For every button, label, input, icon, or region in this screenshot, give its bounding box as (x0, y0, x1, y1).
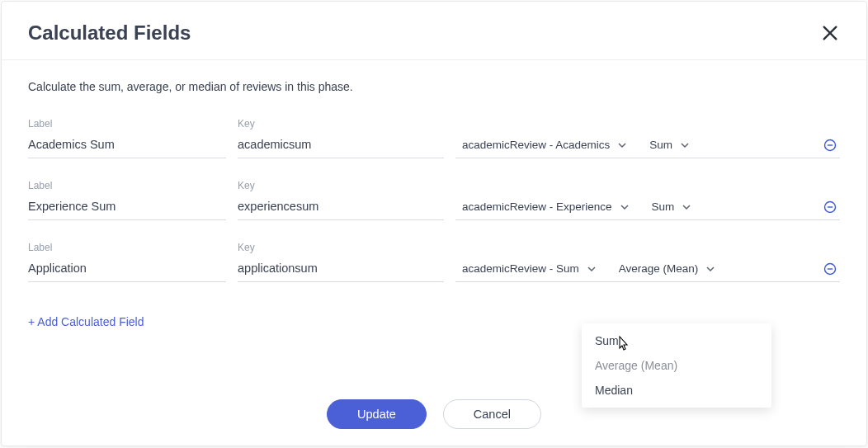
menu-item-average[interactable]: Average (Mean) (582, 353, 771, 378)
config-column: academicReview - Academics Sum (455, 134, 840, 158)
chevron-down-icon (706, 265, 715, 273)
aggregate-dropdown-label: Sum (652, 200, 675, 213)
dialog-header: Calculated Fields (2, 2, 866, 60)
aggregate-dropdown-label: Average (Mean) (619, 262, 699, 275)
remove-row-button[interactable] (823, 200, 840, 214)
label-column: Label (28, 242, 226, 282)
minus-circle-icon (823, 262, 837, 276)
label-column: Label (28, 180, 226, 220)
dialog-title: Calculated Fields (28, 21, 191, 45)
config-column: academicReview - Sum Average (Mean) (455, 257, 840, 282)
cancel-button[interactable]: Cancel (443, 399, 541, 429)
source-dropdown-label: academicReview - Experience (462, 200, 612, 213)
source-dropdown-label: academicReview - Academics (462, 139, 610, 151)
label-column: Label (28, 118, 226, 158)
minus-circle-icon (823, 200, 837, 214)
label-heading: Label (28, 118, 226, 130)
key-heading: Key (238, 242, 444, 253)
minus-circle-icon (823, 139, 837, 152)
key-heading: Key (238, 180, 444, 191)
aggregate-dropdown[interactable]: Sum (645, 196, 698, 218)
label-heading: Label (28, 242, 226, 253)
close-button[interactable] (820, 23, 840, 43)
menu-item-sum[interactable]: Sum (582, 328, 771, 353)
field-row: Label Key academicReview - Sum Average (… (28, 242, 840, 282)
source-dropdown[interactable]: academicReview - Academics (455, 134, 633, 156)
key-input[interactable] (238, 258, 444, 282)
close-icon (821, 24, 839, 42)
source-dropdown[interactable]: academicReview - Sum (455, 257, 602, 280)
label-input[interactable] (28, 258, 226, 282)
key-column: Key (238, 180, 444, 220)
label-input[interactable] (28, 134, 226, 158)
chevron-down-icon (620, 203, 629, 211)
dialog-content: Calculate the sum, average, or median of… (2, 60, 866, 329)
update-button[interactable]: Update (327, 399, 427, 429)
remove-row-button[interactable] (823, 139, 840, 152)
key-input[interactable] (238, 134, 444, 158)
label-input[interactable] (28, 196, 226, 220)
key-heading: Key (238, 118, 444, 130)
chevron-down-icon (587, 265, 596, 273)
remove-row-button[interactable] (823, 262, 840, 276)
config-column: academicReview - Experience Sum (455, 196, 840, 220)
key-input[interactable] (238, 196, 444, 220)
aggregate-dropdown-menu: Sum Average (Mean) Median (582, 323, 771, 408)
description: Calculate the sum, average, or median of… (28, 80, 840, 93)
menu-item-median[interactable]: Median (582, 378, 771, 403)
key-column: Key (238, 118, 444, 158)
add-calculated-field-link[interactable]: + Add Calculated Field (28, 315, 144, 328)
aggregate-dropdown[interactable]: Average (Mean) (612, 257, 722, 280)
field-row: Label Key academicReview - Experience Su… (28, 180, 840, 220)
calculated-fields-dialog: Calculated Fields Calculate the sum, ave… (1, 1, 867, 446)
chevron-down-icon (618, 141, 626, 149)
aggregate-dropdown[interactable]: Sum (643, 134, 696, 156)
chevron-down-icon (681, 141, 689, 149)
label-heading: Label (28, 180, 226, 191)
source-dropdown[interactable]: academicReview - Experience (455, 196, 635, 218)
field-row: Label Key academicReview - Academics Sum (28, 118, 840, 158)
chevron-down-icon (682, 203, 691, 211)
aggregate-dropdown-label: Sum (649, 139, 672, 151)
source-dropdown-label: academicReview - Sum (462, 262, 579, 275)
key-column: Key (238, 242, 444, 282)
